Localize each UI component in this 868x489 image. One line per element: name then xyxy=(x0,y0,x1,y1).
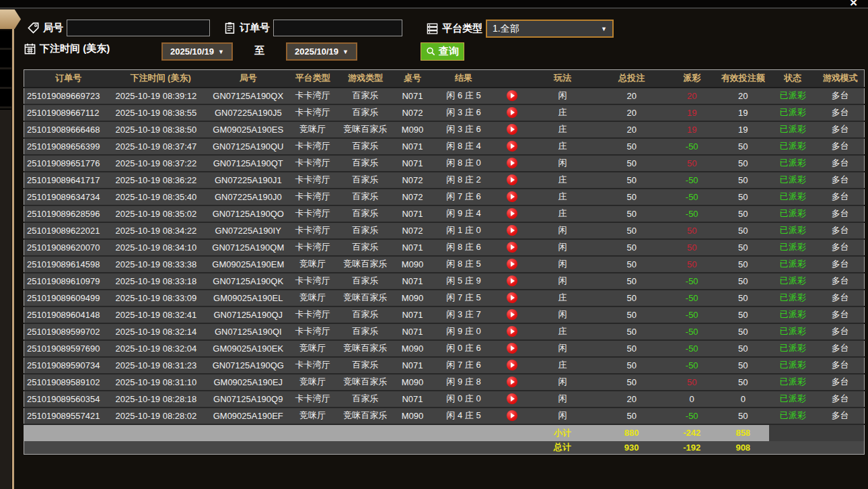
cell-order: 251019089667112 xyxy=(24,104,113,121)
cell-payout: -50 xyxy=(667,138,717,155)
play-video-icon[interactable] xyxy=(507,107,517,118)
table-row: 2510190896563992025-10-19 08:37:47GN0712… xyxy=(24,138,865,155)
cell-total-bet: 50 xyxy=(596,306,667,323)
close-icon[interactable]: × xyxy=(850,0,857,10)
cell-mode: 多台 xyxy=(816,172,864,189)
table-row: 2510190896347342025-10-19 08:35:40GN0722… xyxy=(24,189,865,205)
play-video-icon[interactable] xyxy=(507,410,517,421)
play-video-icon[interactable] xyxy=(507,208,517,219)
cell-payout: -50 xyxy=(667,172,717,189)
cell-platform: 卡卡湾厅 xyxy=(288,138,338,155)
cell-game: 百家乐 xyxy=(338,323,393,340)
cell-total-bet: 50 xyxy=(596,239,667,256)
cell-game: 百家乐 xyxy=(338,205,393,222)
cell-play xyxy=(495,374,529,391)
table-row: 2510190896094992025-10-19 08:33:09GM0902… xyxy=(24,290,865,306)
play-video-icon[interactable] xyxy=(507,191,517,202)
cell-mode: 多台 xyxy=(816,323,864,340)
play-video-icon[interactable] xyxy=(507,343,517,354)
cell-table-no: N071 xyxy=(393,138,432,155)
cell-mode: 多台 xyxy=(816,340,864,357)
cell-bet-type: 庄 xyxy=(529,172,596,189)
cell-table-no: N071 xyxy=(393,306,432,323)
cell-order: 251019089656399 xyxy=(24,138,113,155)
cell-time: 2025-10-19 08:37:22 xyxy=(113,155,209,172)
search-button[interactable]: 查询 xyxy=(421,42,464,61)
date-from-value: 2025/10/19 xyxy=(170,46,214,57)
cell-order: 251019089628596 xyxy=(24,205,113,222)
play-triangle xyxy=(511,413,515,418)
play-video-icon[interactable] xyxy=(507,124,517,135)
date-to-select[interactable]: 2025/10/19 ▼ xyxy=(286,42,357,61)
cell-order: 251019089610979 xyxy=(24,273,113,290)
cell-game: 百家乐 xyxy=(338,138,393,155)
cell-bet-type: 庄 xyxy=(529,189,596,205)
play-video-icon[interactable] xyxy=(507,360,517,370)
play-triangle xyxy=(511,312,515,317)
cell-mode: 多台 xyxy=(816,88,864,104)
play-video-icon[interactable] xyxy=(507,275,517,286)
cell-status: 已派彩 xyxy=(769,172,816,189)
table-row: 2510190896671122025-10-19 08:38:55GN0722… xyxy=(24,104,865,121)
date-to-separator: 至 xyxy=(254,44,264,57)
cell-bet-type: 闲 xyxy=(529,273,596,290)
order-no-input[interactable] xyxy=(273,20,402,36)
cell-status: 已派彩 xyxy=(769,273,816,290)
cell-order: 251019089666468 xyxy=(24,121,113,138)
cell-platform: 卡卡湾厅 xyxy=(288,104,338,121)
subtotal-payout: -242 xyxy=(667,424,717,441)
col-round: 局号 xyxy=(209,70,288,88)
table-body: 2510190896697232025-10-19 08:39:12GN0712… xyxy=(24,88,865,424)
cell-round: GM09025A190EF xyxy=(209,408,288,424)
cell-mode: 多台 xyxy=(816,121,864,138)
cell-play xyxy=(495,290,529,306)
chevron-down-icon: ▼ xyxy=(218,48,224,55)
cell-platform: 卡卡湾厅 xyxy=(288,239,338,256)
date-to-value: 2025/10/19 xyxy=(295,46,338,57)
subtotal-row: 小计 880 -242 858 xyxy=(24,424,865,441)
round-no-input[interactable] xyxy=(67,20,210,36)
play-video-icon[interactable] xyxy=(507,225,517,236)
cell-table-no: M090 xyxy=(393,340,432,357)
left-accent-line xyxy=(12,9,14,489)
platform-type-select[interactable]: 1.全部 ▼ xyxy=(486,20,614,38)
play-video-icon[interactable] xyxy=(507,259,517,269)
table-row: 2510190896517762025-10-19 08:37:22GN0712… xyxy=(24,155,865,172)
cell-valid-bet: 19 xyxy=(717,104,769,121)
col-time: 下注时间 (美东) xyxy=(113,70,209,88)
play-triangle xyxy=(511,194,515,199)
play-video-icon[interactable] xyxy=(507,141,517,152)
cell-result: 闲 7 庄 5 xyxy=(432,290,495,306)
cell-valid-bet: 50 xyxy=(717,172,769,189)
play-video-icon[interactable] xyxy=(507,158,517,168)
cell-table-no: N071 xyxy=(393,88,432,104)
search-icon xyxy=(426,46,436,57)
cell-total-bet: 20 xyxy=(596,121,667,138)
play-video-icon[interactable] xyxy=(507,393,517,404)
cell-valid-bet: 0 xyxy=(717,391,769,408)
play-video-icon[interactable] xyxy=(507,242,517,253)
cell-platform: 竞咪厅 xyxy=(288,256,338,273)
table-row: 2510190896200702025-10-19 08:34:10GN0712… xyxy=(24,239,865,256)
cell-valid-bet: 50 xyxy=(717,205,769,222)
date-from-select[interactable]: 2025/10/19 ▼ xyxy=(161,42,233,61)
play-video-icon[interactable] xyxy=(507,309,517,320)
play-video-icon[interactable] xyxy=(507,174,517,185)
cell-valid-bet: 50 xyxy=(717,290,769,306)
table-row: 2510190895891022025-10-19 08:31:10GM0902… xyxy=(24,374,865,391)
cell-game: 竞咪百家乐 xyxy=(338,121,393,138)
play-video-icon[interactable] xyxy=(507,90,517,101)
cell-table-no: M090 xyxy=(393,374,432,391)
chevron-down-icon: ▼ xyxy=(601,26,607,32)
play-video-icon[interactable] xyxy=(507,292,517,303)
server-list-icon xyxy=(426,22,439,35)
play-video-icon[interactable] xyxy=(507,326,517,337)
subtotal-valid-bet: 858 xyxy=(717,424,769,441)
cell-bet-type: 庄 xyxy=(529,357,596,374)
cell-round: GN07125A190QU xyxy=(209,138,288,155)
cell-result: 闲 7 庄 6 xyxy=(432,189,495,205)
play-video-icon[interactable] xyxy=(507,377,517,387)
side-panel-arrow-tab[interactable] xyxy=(0,9,21,29)
cell-mode: 多台 xyxy=(816,391,864,408)
cell-total-bet: 50 xyxy=(596,408,667,424)
